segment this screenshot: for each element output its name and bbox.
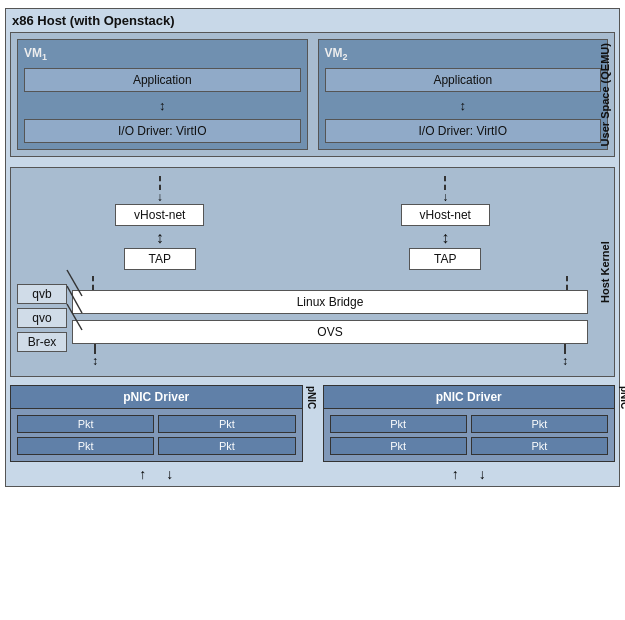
vm2-io: I/O Driver: VirtIO [325, 119, 602, 143]
tap-row: TAP TAP [17, 248, 588, 270]
arrow-vhost2-tap: ↕ [405, 230, 485, 246]
vm1-box: VM1 Application ↕ I/O Driver: VirtIO [17, 39, 308, 150]
arrow-vhost1-tap: ↕ [120, 230, 200, 246]
pnic2-unit: pNIC Driver pNIC Pkt Pkt Pkt Pkt ↑ ↓ [323, 385, 616, 482]
guest-label: User Space (QEMU) [594, 33, 616, 156]
vhost-tap-arrows: ↕ ↕ [17, 230, 588, 246]
pnic1-arrow-down: ↓ [166, 466, 173, 482]
pnic1-arrow-up: ↑ [139, 466, 146, 482]
pnic2-arrow-up: ↑ [452, 466, 459, 482]
main-container: x86 Host (with Openstack) VM1 Applicatio… [5, 8, 620, 487]
tap-to-lb-arrows [72, 276, 588, 290]
tap1-box: TAP [124, 248, 196, 270]
ovs-pnic-arrows: ↕ ↕ [72, 344, 588, 368]
arrow-vm1-down: ↓ [100, 176, 220, 204]
linux-bridge-box: Linux Bridge [72, 290, 588, 314]
pnic1-driver: pNIC Driver [10, 385, 303, 409]
bridge-ovs-main: Linux Bridge OVS ↕ ↕ [72, 276, 588, 368]
pnic1-pkt1: Pkt [17, 415, 154, 433]
pnic1-pkt3: Pkt [17, 437, 154, 455]
pnic2-pkts: Pkt Pkt Pkt Pkt [323, 409, 616, 462]
pnic1-unit: pNIC Driver pNIC Pkt Pkt Pkt Pkt ↑ ↓ [10, 385, 303, 482]
kernel-label: Host Kernel [594, 168, 616, 376]
vm1-io: I/O Driver: VirtIO [24, 119, 301, 143]
pnic1-pkt4: Pkt [158, 437, 295, 455]
pnic2-pkt4: Pkt [471, 437, 608, 455]
vm1-app: Application [24, 68, 301, 92]
pnic2-pkt3: Pkt [330, 437, 467, 455]
vm2-app: Application [325, 68, 602, 92]
kernel-inner: ↓ ↓ vHost-net vHost-net ↕ ↕ TAP TAP [17, 176, 588, 368]
pnic1-bottom-arrows: ↑ ↓ [139, 466, 173, 482]
pnic2-bottom-arrows: ↑ ↓ [452, 466, 486, 482]
vm2-box: VM2 Application ↕ I/O Driver: VirtIO [318, 39, 609, 150]
ovs-box: OVS [72, 320, 588, 344]
pnic1-label: pNIC [303, 385, 321, 409]
vhost1-box: vHost-net [115, 204, 204, 226]
arrow-vm2-down: ↓ [385, 176, 505, 204]
pnic-section: pNIC Driver pNIC Pkt Pkt Pkt Pkt ↑ ↓ pNI… [10, 385, 615, 482]
pnic2-label: pNIC [615, 385, 625, 409]
bridge-area: qvb qvo Br-ex [17, 276, 588, 368]
vhost-row: vHost-net vHost-net [17, 204, 588, 226]
linux-bridge-container: Linux Bridge [72, 290, 588, 314]
vm1-label: VM1 [24, 46, 47, 62]
pnic2-pkt2: Pkt [471, 415, 608, 433]
qvb-label: qvb [17, 284, 67, 304]
pnic2-pkt1: Pkt [330, 415, 467, 433]
left-labels-container: qvb qvo Br-ex [17, 284, 67, 352]
vm-to-vhost-arrows: ↓ ↓ [17, 176, 588, 204]
pnic1-pkt2: Pkt [158, 415, 295, 433]
vm2-label: VM2 [325, 46, 348, 62]
vhost2-box: vHost-net [401, 204, 490, 226]
guest-section: VM1 Application ↕ I/O Driver: VirtIO VM2… [10, 32, 615, 157]
brex-label: Br-ex [17, 332, 67, 352]
pnic2-driver: pNIC Driver [323, 385, 616, 409]
kernel-section: ↓ ↓ vHost-net vHost-net ↕ ↕ TAP TAP [10, 167, 615, 377]
pnic1-pkts: Pkt Pkt Pkt Pkt [10, 409, 303, 462]
main-title: x86 Host (with Openstack) [10, 13, 615, 28]
vm1-arrow: ↕ [159, 98, 166, 113]
vm2-arrow: ↕ [460, 98, 467, 113]
pnic2-arrow-down: ↓ [479, 466, 486, 482]
qvo-label: qvo [17, 308, 67, 328]
tap2-box: TAP [409, 248, 481, 270]
